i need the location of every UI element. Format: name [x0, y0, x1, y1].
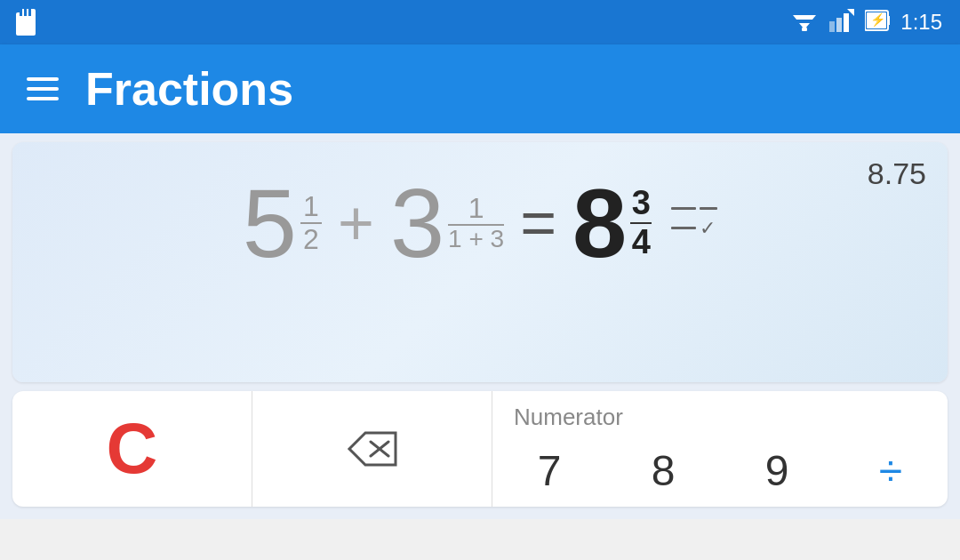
status-time: 1:15 [900, 10, 942, 35]
signal-icon [829, 9, 854, 36]
sd-card-icon [16, 9, 36, 39]
num-keys: 7 8 9 ÷ [492, 435, 948, 507]
term2-numerator: 1 [468, 193, 484, 224]
expression-card: 8.75 5 1 2 + 3 1 1 + 3 [12, 142, 948, 382]
decimal-result: 8.75 [868, 156, 926, 191]
svg-rect-10 [836, 18, 842, 32]
term1-fraction: 1 2 [300, 191, 322, 255]
exp-bar-3 [671, 227, 696, 229]
exp-bar-1 [671, 207, 696, 210]
hamburger-line-3 [27, 97, 59, 100]
equals-sign: = [520, 188, 556, 259]
operator1: + [338, 192, 374, 254]
svg-rect-14 [888, 16, 890, 25]
term1: 5 1 2 [243, 174, 322, 272]
key-9[interactable]: 9 [720, 435, 834, 507]
result-fraction: 3 4 [630, 185, 652, 261]
main-content: 8.75 5 1 2 + 3 1 1 + 3 [0, 133, 960, 519]
keyboard-section: C Numerator 7 8 9 ÷ [12, 391, 948, 507]
app-bar: Fractions [0, 44, 960, 133]
exp-bar-2 [700, 207, 717, 210]
clear-button[interactable]: C [12, 391, 252, 507]
svg-rect-9 [829, 21, 835, 32]
term2-fraction: 1 1 + 3 [448, 193, 504, 253]
svg-rect-2 [20, 9, 22, 16]
term1-denominator: 2 [303, 224, 319, 255]
status-bar: ⚡ 1:15 [0, 0, 960, 44]
hamburger-line-2 [27, 87, 59, 91]
term1-whole: 5 [243, 174, 297, 272]
app-title: Fractions [85, 62, 293, 116]
backspace-button[interactable] [252, 391, 492, 507]
key-8[interactable]: 8 [606, 435, 720, 507]
svg-rect-11 [844, 13, 849, 32]
wifi-icon [790, 10, 819, 35]
expand-line-1 [671, 207, 717, 210]
svg-text:⚡: ⚡ [870, 12, 886, 28]
keyboard-top: C Numerator 7 8 9 ÷ [12, 391, 948, 507]
term2: 3 1 1 + 3 [390, 174, 504, 272]
expand-icon[interactable]: ✓ [671, 207, 717, 240]
key-7[interactable]: 7 [492, 435, 606, 507]
result: 8 3 4 [572, 174, 652, 272]
term1-numerator: 1 [303, 191, 319, 222]
svg-point-8 [802, 27, 807, 31]
result-denominator: 4 [632, 224, 651, 261]
result-numerator: 3 [632, 185, 651, 222]
hamburger-icon[interactable] [27, 77, 59, 100]
result-whole: 8 [572, 174, 627, 272]
svg-rect-4 [28, 9, 31, 16]
svg-rect-3 [24, 9, 27, 16]
numerator-label: Numerator [492, 391, 948, 435]
checkmark-icon: ✓ [700, 217, 716, 240]
battery-icon: ⚡ [865, 7, 890, 37]
key-divide[interactable]: ÷ [834, 435, 948, 507]
term2-denominator: 1 + 3 [448, 226, 504, 253]
keyboard-right: Numerator 7 8 9 ÷ [492, 391, 948, 507]
term2-whole: 3 [390, 174, 444, 272]
keyboard-left: C [12, 391, 492, 507]
hamburger-line-1 [27, 77, 59, 81]
math-expression: 5 1 2 + 3 1 1 + 3 = [39, 174, 921, 272]
